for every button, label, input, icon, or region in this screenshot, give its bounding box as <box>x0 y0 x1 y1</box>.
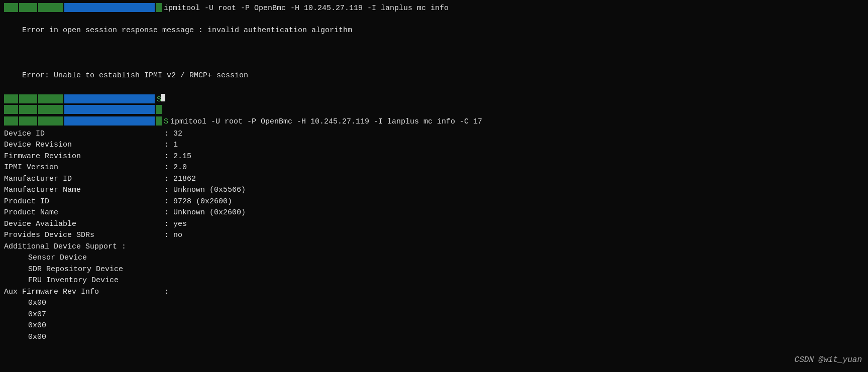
field-row: Manufacturer Name : Unknown (0x5566) <box>4 185 864 196</box>
field-label: IPMI Version <box>4 162 160 174</box>
command-1-text: ipmitool -U root -P OpenBmc -H 10.245.27… <box>164 3 449 15</box>
device-support-item: SDR Repository Device <box>4 264 864 276</box>
cursor-1 <box>161 94 165 101</box>
field-value: : Unknown (0x5566) <box>160 186 246 194</box>
redact-block <box>4 3 18 12</box>
field-value: : 1 <box>160 141 178 149</box>
field-label: Manufacturer Name <box>4 185 160 196</box>
error-line-2: Error: Unable to establish IPMI v2 / RMC… <box>4 59 864 93</box>
device-support-item: FRU Inventory Device <box>4 275 864 287</box>
aux-value-item: 0x00 <box>4 332 864 343</box>
field-row: Product Name : Unknown (0x2600) <box>4 207 864 219</box>
blank-line-1 <box>4 48 864 59</box>
field-label: Additional Device Support : <box>4 241 160 253</box>
field-label: Product ID <box>4 196 160 208</box>
line-redacted-2 <box>4 105 864 116</box>
field-row: Provides Device SDRs : no <box>4 230 864 241</box>
redact-block-blue <box>64 105 155 114</box>
aux-value-item: 0x07 <box>4 309 864 321</box>
redacted-1 <box>4 2 162 13</box>
redact-block <box>38 116 63 126</box>
field-value: : 32 <box>160 130 182 138</box>
field-label: Device Available <box>4 219 160 230</box>
line-command-2: $ ipmitool -U root -P OpenBmc -H 10.245.… <box>4 116 864 128</box>
field-value: : 9728 (0x2600) <box>160 197 232 206</box>
field-value: : 2.0 <box>160 163 187 172</box>
field-label: Product Name <box>4 207 160 219</box>
redact-block <box>4 94 18 103</box>
aux-firmware-label: Aux Firmware Rev Info <box>4 287 160 298</box>
field-row: Product ID : 9728 (0x2600) <box>4 196 864 208</box>
field-value: : no <box>160 231 182 239</box>
fields-container: Device ID : 32Device Revision : 1Firmwar… <box>4 129 864 253</box>
device-support-item: Sensor Device <box>4 253 864 264</box>
aux-label-row: Aux Firmware Rev Info : <box>4 287 864 298</box>
field-row: Device Revision : 1 <box>4 140 864 151</box>
line-1: ipmitool -U root -P OpenBmc -H 10.245.27… <box>4 2 864 13</box>
redact-block <box>19 3 37 12</box>
error-line-1: Error in open session response message :… <box>4 14 864 48</box>
redacted-2 <box>4 93 155 104</box>
command-2-text: ipmitool -U root -P OpenBmc -H 10.245.27… <box>170 116 482 128</box>
field-value: : Unknown (0x2600) <box>160 208 246 217</box>
redact-block <box>4 105 18 114</box>
aux-colon: : <box>160 288 169 296</box>
field-row: Device Available : yes <box>4 219 864 230</box>
redact-block-blue <box>64 94 155 103</box>
redact-block <box>19 116 37 126</box>
field-row: Device ID : 32 <box>4 129 864 140</box>
redacted-3 <box>4 105 162 114</box>
redact-block <box>38 3 63 12</box>
field-label: Provides Device SDRs <box>4 230 160 241</box>
redacted-4 <box>4 116 162 126</box>
field-label: Device ID <box>4 129 160 140</box>
prompt-2: $ <box>164 116 168 128</box>
device-support: Sensor DeviceSDR Repository DeviceFRU In… <box>4 253 864 287</box>
redact-block <box>156 3 162 12</box>
redact-block <box>38 94 63 103</box>
field-label: Device Revision <box>4 140 160 151</box>
field-value: : yes <box>160 220 187 228</box>
line-prompt-1: $ <box>4 93 864 104</box>
redact-block <box>156 116 162 126</box>
aux-info: Aux Firmware Rev Info :0x000x070x000x00 <box>4 287 864 343</box>
redact-block-blue <box>64 116 155 126</box>
redact-block <box>19 105 37 114</box>
aux-value-item: 0x00 <box>4 320 864 332</box>
field-row: Additional Device Support : <box>4 241 864 253</box>
field-row: IPMI Version : 2.0 <box>4 162 864 174</box>
watermark: CSDN @wit_yuan <box>795 354 862 366</box>
field-row: Firmware Revision : 2.15 <box>4 151 864 163</box>
redact-block-blue <box>64 3 155 12</box>
terminal-window: ipmitool -U root -P OpenBmc -H 10.245.27… <box>0 0 868 372</box>
field-label: Firmware Revision <box>4 151 160 163</box>
field-label: Manufacturer ID <box>4 174 160 185</box>
redact-block <box>19 94 37 103</box>
redact-block <box>156 105 162 114</box>
field-row: Manufacturer ID : 21862 <box>4 174 864 185</box>
prompt-1: $ <box>157 94 161 106</box>
redact-block <box>38 105 63 114</box>
field-value <box>160 242 164 251</box>
aux-value-item: 0x00 <box>4 298 864 309</box>
field-value: : 21862 <box>160 175 196 183</box>
redact-block <box>4 116 18 126</box>
field-value: : 2.15 <box>160 152 191 161</box>
